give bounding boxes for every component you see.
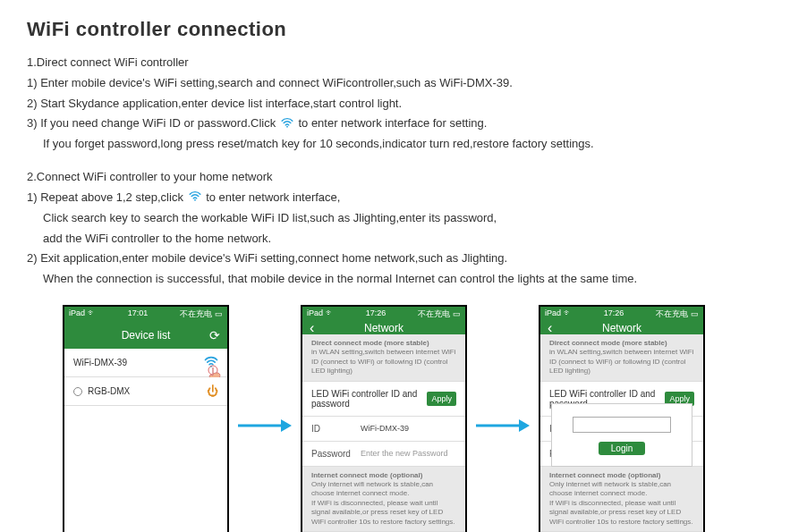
section2-step2a: 2) Exit application,enter mobile device'…: [27, 249, 780, 268]
svg-point-0: [286, 125, 288, 127]
login-overlay: Login: [551, 403, 692, 467]
device-row[interactable]: RGB-DMX ⏻: [64, 377, 227, 406]
apply-button[interactable]: Apply: [427, 392, 456, 406]
section2-heading: 2.Connect WiFi controller to your home n…: [27, 168, 780, 187]
password-label: Password: [311, 449, 361, 459]
id-label: ID: [311, 424, 361, 434]
section1-step1: 1) Enter mobile device's WiFi setting,se…: [27, 74, 780, 93]
section2-step2b: When the connection is successful, that …: [27, 270, 780, 289]
direct-mode-desc: in WLAN setting,switch between internet …: [549, 348, 693, 375]
internet-mode-heading: Internet connect mode (optional): [311, 471, 422, 479]
nav-title: Network: [364, 322, 404, 334]
carrier-label: iPad ᯤ: [307, 308, 334, 320]
direct-mode-desc: in WLAN setting,switch between internet …: [311, 348, 455, 375]
phone-network-settings: iPad ᯤ 17:26 不在充电 ▭ ‹ Network Direct con…: [301, 305, 467, 532]
back-icon[interactable]: ‹: [548, 321, 552, 335]
nav-bar: ‹ Network: [302, 322, 465, 334]
battery-label: 不在充电 ▭: [180, 308, 223, 320]
nav-title: Network: [602, 322, 641, 334]
section2-step1: 1) Repeat above 1,2 step,click to enter …: [27, 189, 780, 207]
power-icon[interactable]: ⏻: [207, 384, 218, 398]
led-id-label: LED WiFi controller ID and password: [311, 389, 427, 409]
direct-mode-info: Direct connect mode (more stable) in WLA…: [302, 334, 465, 382]
status-bar: iPad ᯤ 17:26 不在充电 ▭: [540, 307, 703, 322]
wifi-id-row[interactable]: WiFi-DMX-39: [64, 349, 227, 377]
direct-mode-info: Direct connect mode (more stable) in WLA…: [540, 334, 703, 382]
svg-marker-10: [519, 419, 530, 432]
refresh-icon[interactable]: ⟳: [209, 329, 220, 342]
internet-mode-info: Internet connect mode (optional) Only in…: [540, 467, 703, 532]
section1-step3-note: If you forget password,long press reset/…: [27, 135, 780, 154]
internet-mode-desc: Only internet wifi network is stable,can…: [549, 480, 693, 526]
carrier-label: iPad ᯤ: [69, 308, 96, 320]
section1-heading: 1.Direct connect WiFi controller: [27, 54, 780, 72]
section2-step1c: Click search key to search the workable …: [27, 209, 780, 228]
svg-point-1: [194, 199, 196, 201]
status-bar: iPad ᯤ 17:01 不在充电 ▭: [64, 307, 227, 322]
gear-icon: [73, 387, 82, 396]
section2-step1d: add the WiFi controller to the home netw…: [27, 230, 780, 249]
password-row[interactable]: Password Enter the new Password: [302, 442, 465, 467]
screenshots-row: iPad ᯤ 17:01 不在充电 ▭ Device list ⟳ WiFi-D…: [63, 305, 780, 532]
internet-mode-desc: Only internet wifi network is stable,can…: [311, 480, 455, 526]
password-placeholder: Enter the new Password: [361, 449, 456, 458]
nav-title: Device list: [122, 329, 171, 342]
direct-mode-heading: Direct connect mode (more stable): [549, 339, 667, 347]
carrier-label: iPad ᯤ: [545, 308, 572, 320]
arrow-icon: [471, 417, 535, 437]
internet-mode-heading: Internet connect mode (optional): [549, 471, 660, 479]
clock: 17:01: [128, 308, 149, 320]
page-title: WiFi controller connection: [27, 18, 780, 41]
id-row: ID WiFi-DMX-39: [302, 417, 465, 442]
back-icon[interactable]: ‹: [310, 321, 314, 335]
clock: 17:26: [366, 308, 387, 320]
clock: 17:26: [604, 308, 624, 320]
section1-step3: 3) If you need change WiFi ID or passwor…: [27, 114, 780, 133]
led-id-row: LED WiFi controller ID and password Appl…: [302, 382, 465, 417]
wifi-icon: [189, 189, 201, 207]
arrow-icon: [233, 417, 297, 437]
section2-step1-part2: to enter network interface,: [206, 190, 340, 204]
nav-bar: Device list ⟳: [64, 322, 227, 349]
battery-label: 不在充电 ▭: [418, 308, 461, 320]
phone-login-dialog: iPad ᯤ 17:26 不在充电 ▭ ‹ Network Direct con…: [539, 305, 705, 532]
wifi-id-label: WiFi-DMX-39: [73, 358, 204, 367]
device-label: RGB-DMX: [88, 386, 207, 396]
svg-marker-5: [281, 419, 292, 432]
login-button[interactable]: Login: [599, 442, 645, 455]
nav-bar: ‹ Network: [540, 322, 703, 334]
section-direct-connect: 1.Direct connect WiFi controller 1) Ente…: [27, 54, 780, 154]
wifi-icon: [281, 115, 293, 134]
id-value: WiFi-DMX-39: [361, 424, 456, 433]
section-home-network: 2.Connect WiFi controller to your home n…: [27, 168, 780, 289]
direct-mode-heading: Direct connect mode (more stable): [311, 339, 429, 347]
status-bar: iPad ᯤ 17:26 不在充电 ▭: [302, 307, 465, 322]
section1-step2: 2) Start Skydance application,enter devi…: [27, 95, 780, 114]
section1-step3-part2: to enter network interface for setting.: [298, 116, 487, 130]
internet-mode-info: Internet connect mode (optional) Only in…: [302, 467, 465, 532]
login-password-input[interactable]: [573, 417, 671, 433]
battery-label: 不在充电 ▭: [656, 308, 699, 320]
section2-step1-part1: 1) Repeat above 1,2 step,click: [27, 190, 183, 204]
section1-step3-part1: 3) If you need change WiFi ID or passwor…: [27, 116, 276, 130]
phone-device-list: iPad ᯤ 17:01 不在充电 ▭ Device list ⟳ WiFi-D…: [63, 305, 229, 532]
